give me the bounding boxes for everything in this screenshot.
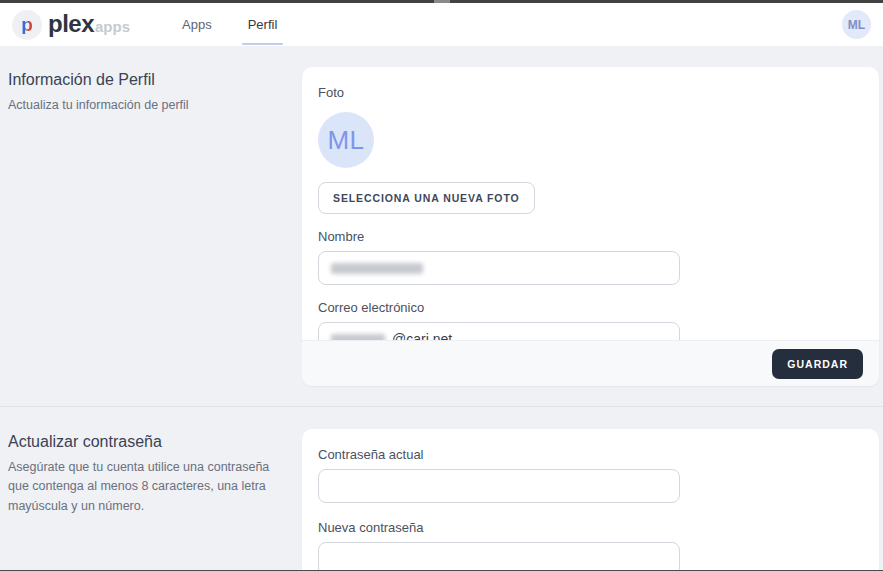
logo-brand-text: plex — [48, 10, 94, 38]
new-password-input[interactable] — [318, 542, 680, 571]
save-button[interactable]: GUARDAR — [772, 349, 863, 379]
tab-perfil[interactable]: Perfil — [244, 3, 282, 46]
tab-perfil-label: Perfil — [248, 17, 278, 32]
select-new-photo-button[interactable]: SELECCIONA UNA NUEVA FOTO — [318, 182, 535, 214]
profile-info-section: Información de Perfil Actualiza tu infor… — [0, 67, 883, 386]
new-password-label: Nueva contraseña — [318, 520, 863, 535]
user-avatar[interactable]: ML — [842, 10, 871, 39]
photo-label: Foto — [318, 85, 344, 100]
password-section-header: Actualizar contraseña Asegúrate que tu c… — [0, 429, 302, 571]
password-section-title: Actualizar contraseña — [8, 433, 282, 451]
top-navbar: p plex apps Apps Perfil ML — [0, 3, 883, 46]
name-field-group: Nombre — [318, 229, 863, 285]
current-password-label: Contraseña actual — [318, 447, 863, 462]
password-section-subtitle: Asegúrate que tu cuenta utilice una cont… — [8, 458, 282, 516]
password-form-card: Contraseña actual Nueva contraseña — [302, 429, 879, 571]
name-input[interactable] — [318, 251, 680, 285]
window-drag-handle — [434, 0, 450, 3]
profile-section-title: Información de Perfil — [8, 71, 282, 89]
window-top-border — [0, 0, 883, 3]
active-tab-underline — [242, 43, 284, 45]
profile-form-card: Foto ML SELECCIONA UNA NUEVA FOTO Nombre… — [302, 67, 879, 386]
current-password-input[interactable] — [318, 469, 680, 503]
profile-photo-avatar: ML — [318, 112, 374, 168]
app-logo[interactable]: p plex apps — [12, 10, 130, 40]
tab-apps[interactable]: Apps — [178, 3, 216, 46]
profile-section-header: Información de Perfil Actualiza tu infor… — [0, 67, 302, 386]
tab-apps-label: Apps — [182, 17, 212, 32]
redacted-name-value — [331, 263, 423, 274]
plex-logo-icon: p — [12, 10, 42, 40]
new-password-group: Nueva contraseña — [318, 520, 863, 571]
logo-suffix-text: apps — [95, 18, 130, 35]
name-label: Nombre — [318, 229, 863, 244]
email-label: Correo electrónico — [318, 300, 863, 315]
current-password-group: Contraseña actual — [318, 447, 863, 503]
password-section: Actualizar contraseña Asegúrate que tu c… — [0, 429, 883, 571]
main-nav-tabs: Apps Perfil — [178, 3, 309, 46]
profile-section-subtitle: Actualiza tu información de perfil — [8, 96, 282, 115]
page-content: Información de Perfil Actualiza tu infor… — [0, 67, 883, 571]
profile-card-footer: GUARDAR — [302, 340, 879, 386]
section-divider — [0, 406, 883, 407]
